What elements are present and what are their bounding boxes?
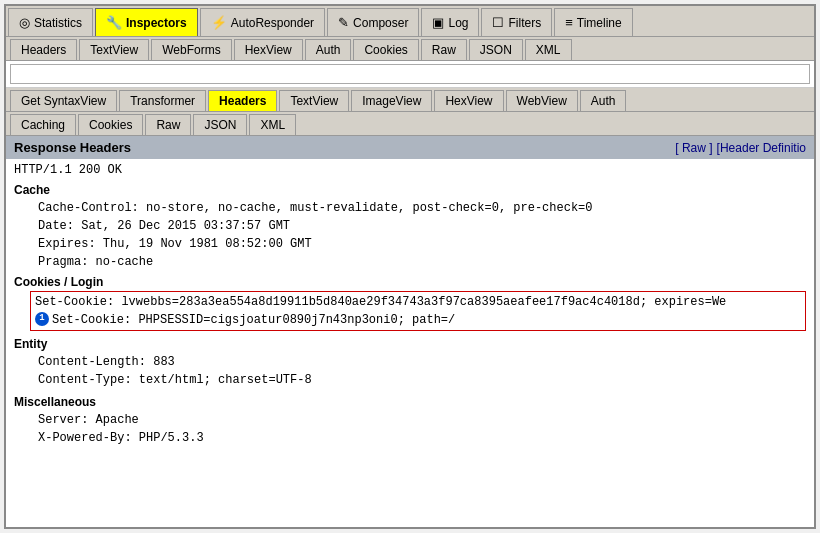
subtab1-textview[interactable]: TextView [79, 39, 149, 60]
subtab3-json[interactable]: JSON [193, 114, 247, 135]
response-header-links: [ Raw ] [Header Definitio [675, 141, 806, 155]
inspectors-icon: 🔧 [106, 15, 122, 30]
subtab2-webview[interactable]: WebView [506, 90, 578, 111]
tab-autoresponder[interactable]: ⚡ AutoResponder [200, 8, 325, 36]
subtab3-xml[interactable]: XML [249, 114, 296, 135]
timeline-icon: ≡ [565, 15, 573, 30]
subtab1-json[interactable]: JSON [469, 39, 523, 60]
cookie-badge: 1 [35, 312, 49, 326]
tab-composer[interactable]: ✎ Composer [327, 8, 419, 36]
autoresponder-icon: ⚡ [211, 15, 227, 30]
entity-item-0: Content-Length: 883 [14, 353, 806, 371]
log-icon: ▣ [432, 15, 444, 30]
section-entity-title: Entity [14, 337, 806, 351]
misc-item-1: X-Powered-By: PHP/5.3.3 [14, 429, 806, 447]
section-misc-title: Miscellaneous [14, 395, 806, 409]
top-nav: ◎ Statistics 🔧 Inspectors ⚡ AutoResponde… [6, 6, 814, 37]
subtab3-raw[interactable]: Raw [145, 114, 191, 135]
filters-icon: ☐ [492, 15, 504, 30]
content-area: HTTP/1.1 200 OK Cache Cache-Control: no-… [6, 159, 814, 527]
cache-item-3: Pragma: no-cache [14, 253, 806, 271]
subtab1-webforms[interactable]: WebForms [151, 39, 231, 60]
tab-timeline[interactable]: ≡ Timeline [554, 8, 633, 36]
section-cache-title: Cache [14, 183, 806, 197]
section-cookies-title: Cookies / Login [14, 275, 806, 289]
tab-filters[interactable]: ☐ Filters [481, 8, 552, 36]
subtab3-cookies[interactable]: Cookies [78, 114, 143, 135]
cookie-item-1: 1 Set-Cookie: PHPSESSID=cigsjoatur0890j7… [35, 311, 801, 329]
composer-icon: ✎ [338, 15, 349, 30]
subtab2-imageview[interactable]: ImageView [351, 90, 432, 111]
http-status: HTTP/1.1 200 OK [14, 163, 806, 177]
subtab1-hexview[interactable]: HexView [234, 39, 303, 60]
cache-item-0: Cache-Control: no-store, no-cache, must-… [14, 199, 806, 217]
response-headers-title: Response Headers [14, 140, 131, 155]
raw-link[interactable]: [ Raw ] [675, 141, 712, 155]
cookie-text-1: Set-Cookie: PHPSESSID=cigsjoatur0890j7n4… [52, 311, 455, 329]
tab-log[interactable]: ▣ Log [421, 8, 479, 36]
subtab2-hexview[interactable]: HexView [434, 90, 503, 111]
cookie-item-0: Set-Cookie: lvwebbs=283a3ea554a8d19911b5… [35, 293, 801, 311]
subtab1-raw[interactable]: Raw [421, 39, 467, 60]
sub-tabs-row2: Get SyntaxView Transformer Headers TextV… [6, 88, 814, 112]
subtab1-xml[interactable]: XML [525, 39, 572, 60]
main-window: ◎ Statistics 🔧 Inspectors ⚡ AutoResponde… [4, 4, 816, 529]
statistics-icon: ◎ [19, 15, 30, 30]
sub-tabs-row1: Headers TextView WebForms HexView Auth C… [6, 37, 814, 61]
cookie-text-0: Set-Cookie: lvwebbs=283a3ea554a8d19911b5… [35, 293, 726, 311]
entity-item-1: Content-Type: text/html; charset=UTF-8 [14, 371, 806, 389]
header-def-link[interactable]: [Header Definitio [717, 141, 806, 155]
subtab2-auth[interactable]: Auth [580, 90, 627, 111]
subtab2-textview[interactable]: TextView [279, 90, 349, 111]
subtab2-headers[interactable]: Headers [208, 90, 277, 111]
cache-item-1: Date: Sat, 26 Dec 2015 03:37:57 GMT [14, 217, 806, 235]
search-bar [6, 61, 814, 88]
subtab1-cookies[interactable]: Cookies [353, 39, 418, 60]
sub-tabs-row3: Caching Cookies Raw JSON XML [6, 112, 814, 136]
search-input[interactable] [10, 64, 810, 84]
subtab3-caching[interactable]: Caching [10, 114, 76, 135]
cache-item-2: Expires: Thu, 19 Nov 1981 08:52:00 GMT [14, 235, 806, 253]
subtab2-getsyntaxview[interactable]: Get SyntaxView [10, 90, 117, 111]
subtab1-auth[interactable]: Auth [305, 39, 352, 60]
misc-item-0: Server: Apache [14, 411, 806, 429]
subtab2-transformer[interactable]: Transformer [119, 90, 206, 111]
cookie-box: Set-Cookie: lvwebbs=283a3ea554a8d19911b5… [30, 291, 806, 331]
subtab1-headers[interactable]: Headers [10, 39, 77, 60]
response-headers-bar: Response Headers [ Raw ] [Header Definit… [6, 136, 814, 159]
tab-statistics[interactable]: ◎ Statistics [8, 8, 93, 36]
tab-inspectors[interactable]: 🔧 Inspectors [95, 8, 198, 36]
